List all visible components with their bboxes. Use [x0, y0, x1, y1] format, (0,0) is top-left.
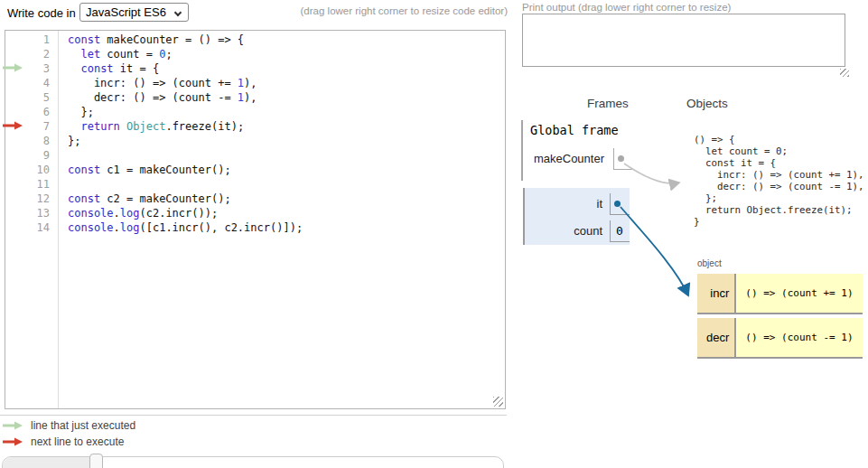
- code-line: console.log([c1.incr(), c2.incr()]);: [68, 220, 504, 235]
- legend-divider: [0, 415, 507, 416]
- legend-next-to-execute: next line to execute: [3, 435, 124, 448]
- function-object-code: () => { let count = 0; const it = { incr…: [694, 134, 864, 228]
- print-output-resize-grip-icon[interactable]: [840, 69, 849, 77]
- code-line: let count = 0;: [68, 47, 504, 61]
- editor-resize-hint: (drag lower right corner to resize code …: [271, 5, 508, 16]
- line-just-executed-arrow-icon: [3, 63, 24, 72]
- object-entries-table: incr() => (count += 1)decr() => (count -…: [697, 270, 863, 362]
- code-line: console.log(c2.incr());: [68, 206, 504, 220]
- frame-variable-row: makeCounter: [523, 148, 633, 170]
- variable-name: count: [525, 220, 610, 242]
- variable-value: 0: [610, 220, 630, 242]
- legend-just-executed-label: line that just executed: [31, 419, 135, 432]
- object-entry-row: decr() => (count -= 1): [697, 318, 863, 359]
- line-number: 9: [5, 148, 57, 163]
- code-line: };: [68, 105, 504, 119]
- line-number: 13: [5, 206, 57, 220]
- heap-object: object incr() => (count += 1)decr() => (…: [697, 258, 863, 362]
- line-number: 6: [5, 105, 57, 119]
- execution-slider-handle[interactable]: [89, 454, 103, 468]
- code-line: const c2 = makeCounter();: [68, 192, 504, 206]
- code-line: const c1 = makeCounter();: [68, 163, 504, 177]
- frame-variable-row: count0: [525, 220, 630, 242]
- line-number: 10: [5, 163, 57, 177]
- line-number: 4: [5, 76, 57, 90]
- object-key: incr: [697, 274, 736, 314]
- code-line: const it = {: [68, 61, 504, 76]
- global-frame-title: Global frame: [523, 123, 633, 137]
- red-arrow-icon: [3, 437, 24, 446]
- it-pointer-arrow: [621, 207, 688, 295]
- code-line: decr: () => (count -= 1),: [68, 90, 504, 105]
- line-number: 14: [5, 220, 57, 235]
- line-number: 5: [5, 90, 57, 105]
- green-arrow-icon: [3, 421, 24, 430]
- slider-progress-fill: [3, 457, 94, 468]
- editor-resize-grip-icon[interactable]: [493, 397, 503, 407]
- write-code-in-label: Write code in: [7, 6, 76, 20]
- variable-name: makeCounter: [523, 148, 613, 170]
- legend-just-executed: line that just executed: [3, 419, 135, 432]
- code-line: };: [68, 134, 504, 148]
- code-line: [68, 177, 504, 192]
- legend-next-to-execute-label: next line to execute: [31, 435, 124, 448]
- frame-variable-row: it: [525, 193, 630, 215]
- current-frame: itcount0: [523, 188, 630, 245]
- code-editor[interactable]: 1234567891011121314 const makeCounter = …: [5, 30, 506, 409]
- line-number: 1: [5, 33, 57, 47]
- language-select-wrap: JavaScript ES6: [79, 3, 189, 22]
- variable-value: [610, 193, 630, 215]
- pointer-dot: [614, 201, 621, 207]
- line-number: 12: [5, 192, 57, 206]
- current-frame-variables: itcount0: [525, 193, 630, 242]
- global-frame: Global frame makeCounter: [521, 120, 633, 181]
- language-select[interactable]: JavaScript ES6: [79, 3, 189, 22]
- print-output-label: Print output (drag lower right corner to…: [522, 2, 731, 13]
- object-value: () => (count += 1): [736, 274, 862, 314]
- objects-header: Objects: [686, 97, 728, 110]
- line-number: 2: [5, 47, 57, 61]
- line-number: 11: [5, 177, 57, 192]
- print-output-textarea[interactable]: [522, 14, 845, 67]
- object-key: decr: [697, 318, 736, 359]
- object-value: () => (count -= 1): [736, 318, 862, 359]
- global-frame-variables: makeCounter: [523, 148, 633, 170]
- pointer-dot: [618, 155, 624, 162]
- code-area[interactable]: const makeCounter = () => { let count = …: [59, 33, 504, 235]
- line-number: 8: [5, 134, 57, 148]
- variable-name: it: [525, 193, 610, 215]
- frames-header: Frames: [587, 97, 629, 110]
- code-line: incr: () => (count += 1),: [68, 76, 504, 90]
- execution-step-slider[interactable]: [2, 456, 504, 468]
- variable-value: [613, 148, 633, 170]
- next-line-arrow-icon: [3, 121, 24, 130]
- object-type-label: object: [697, 258, 863, 268]
- code-line: const makeCounter = () => {: [68, 33, 504, 47]
- object-entry-row: incr() => (count += 1): [697, 274, 863, 314]
- code-line: [68, 148, 504, 163]
- code-line: return Object.freeze(it);: [68, 119, 504, 134]
